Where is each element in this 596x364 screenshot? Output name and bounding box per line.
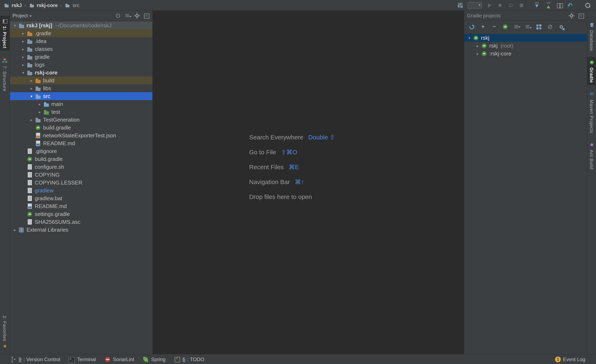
tree-row[interactable]: settings.gradle <box>10 210 152 218</box>
attach-icon[interactable] <box>497 2 503 8</box>
status-bar-event-log[interactable]: 1Event Log <box>555 356 585 362</box>
toolwindow-tab-structure[interactable]: 7: Structure <box>0 55 9 93</box>
gear-icon[interactable] <box>568 12 575 19</box>
project-view-selector[interactable]: Project <box>12 13 32 18</box>
changes-icon[interactable] <box>556 2 563 8</box>
run-icon[interactable] <box>486 2 492 8</box>
tree-row[interactable]: ▸gradle <box>10 53 152 61</box>
status-bar-item[interactable]: 9: Version Control <box>10 356 60 363</box>
run-config-dropdown[interactable] <box>468 2 482 8</box>
tree-row[interactable]: ▸.idea <box>10 37 152 45</box>
tree-item-label: classes <box>35 46 53 52</box>
status-bar-item[interactable]: Terminal <box>68 356 96 363</box>
expand-all-icon[interactable] <box>513 24 520 30</box>
tree-expand-arrow-icon[interactable]: ▸ <box>20 63 27 67</box>
tree-expand-arrow-icon[interactable]: ▸ <box>28 118 35 122</box>
tree-row[interactable]: README.md <box>10 202 152 210</box>
tree-expand-arrow-icon[interactable]: ▸ <box>20 55 27 59</box>
tree-row[interactable]: ▾rskj <box>464 34 587 42</box>
editor-hint: Search EverywhereDouble ⇧ <box>249 133 335 141</box>
tree-expand-arrow-icon[interactable]: ▸ <box>37 102 43 106</box>
gradle-settings-icon[interactable] <box>558 24 565 30</box>
tree-expand-arrow-icon[interactable]: ▾ <box>12 23 18 28</box>
tree-row[interactable]: ▸test <box>10 108 152 116</box>
tree-expand-arrow-icon[interactable]: ▾ <box>20 71 27 75</box>
tree-row[interactable]: build.gradle <box>10 155 152 163</box>
folder-crumb <box>4 2 9 8</box>
toolwindow-tab-maven-projects[interactable]: Maven Projects <box>587 89 596 135</box>
tree-expand-arrow-icon[interactable]: ▸ <box>474 51 481 56</box>
gear-icon[interactable] <box>134 12 140 19</box>
tree-expand-arrow-icon[interactable]: ▸ <box>37 110 43 114</box>
tree-row[interactable]: gradlew <box>10 187 152 194</box>
tree-row[interactable]: gradlew.bat <box>10 194 152 202</box>
event-log-count-badge: 1 <box>555 356 561 362</box>
tree-row[interactable]: ▸main <box>10 100 152 108</box>
editor-area[interactable]: Search EverywhereDouble ⇧Go to File⇧⌘ORe… <box>153 11 464 354</box>
status-bar-item[interactable]: SonarLint <box>104 356 134 363</box>
tree-row[interactable]: SHA256SUMS.asc <box>10 218 152 226</box>
collapse-all-icon[interactable] <box>124 12 131 19</box>
breadcrumb: rskJ›rskj-core›src <box>3 2 79 8</box>
tree-row[interactable]: .gitignore <box>10 147 152 155</box>
vcs-update-icon[interactable] <box>533 2 541 8</box>
tree-row[interactable]: ▾rskJ [rskj]~/Documents/code/rskJ <box>10 22 152 29</box>
folder <box>27 46 33 52</box>
stop-icon[interactable] <box>518 2 525 8</box>
run-gradle-task-icon[interactable] <box>502 24 509 30</box>
tree-expand-arrow-icon[interactable]: ▸ <box>12 228 18 232</box>
toolwindow-tab-ant-build[interactable]: Ant Build <box>587 139 596 171</box>
toolwindow-tab-database[interactable]: Database <box>587 20 596 53</box>
tree-row[interactable]: COPYING <box>10 171 152 179</box>
tree-row[interactable]: ▾src <box>10 92 152 100</box>
tree-row[interactable]: ▸rskj(root) <box>464 42 587 50</box>
folder-excluded <box>35 77 41 84</box>
hide-panel-icon[interactable] <box>578 12 584 19</box>
toolwindow-tab-favorites[interactable]: 2: Favorites <box>0 313 9 352</box>
tree-expand-arrow-icon[interactable]: ▸ <box>28 78 35 82</box>
tree-row[interactable]: ▾rskj-core <box>10 69 152 77</box>
tree-expand-arrow-icon[interactable]: ▾ <box>28 94 35 98</box>
tree-row[interactable]: ▸libs <box>10 84 152 92</box>
status-bar-mnemonic: 6 <box>183 356 185 362</box>
tree-row[interactable]: ▸.gradle <box>10 29 152 37</box>
breadcrumb-label: src <box>73 2 79 8</box>
tree-expand-arrow-icon[interactable]: ▸ <box>20 47 27 51</box>
run-config-sliders-icon[interactable] <box>457 2 463 8</box>
tree-expand-arrow-icon[interactable]: ▾ <box>466 36 473 40</box>
tree-row[interactable]: README.md <box>10 139 152 147</box>
tree-row[interactable]: ▸External Libraries <box>10 226 152 234</box>
toolwindow-tab-gradle[interactable]: Gradle <box>587 57 596 85</box>
remove-icon[interactable] <box>491 24 498 30</box>
status-bar-item[interactable]: 6: TODO <box>174 356 204 363</box>
tree-row[interactable]: ▸classes <box>10 45 152 53</box>
search-icon[interactable] <box>584 2 591 8</box>
tree-row[interactable]: ▸logs <box>10 61 152 69</box>
breadcrumb-item[interactable]: rskj-core <box>28 2 58 8</box>
breadcrumb-item[interactable]: rskJ <box>3 2 22 8</box>
tree-row[interactable]: ▸build <box>10 77 152 84</box>
tree-row[interactable]: configure.sh <box>10 163 152 171</box>
revert-icon[interactable] <box>567 2 574 8</box>
tree-expand-arrow-icon[interactable]: ▸ <box>474 44 481 48</box>
collapse-all-icon[interactable] <box>524 24 531 30</box>
toolwindow-tab-project[interactable]: 1: Project <box>0 16 9 51</box>
refresh-icon[interactable] <box>469 24 475 30</box>
dependencies-icon[interactable] <box>536 24 542 30</box>
tree-expand-arrow-icon[interactable]: ▸ <box>28 86 35 90</box>
hide-panel-icon[interactable] <box>143 12 150 19</box>
vcs-commit-icon[interactable] <box>545 2 552 8</box>
locate-icon[interactable] <box>115 12 121 19</box>
tree-row[interactable]: ▸:rskj-core <box>464 50 587 58</box>
tree-row[interactable]: COPYING.LESSER <box>10 179 152 187</box>
status-bar-item[interactable]: Spring <box>142 356 165 363</box>
tree-row[interactable]: build.gradle <box>10 124 152 131</box>
tree-row[interactable]: ▸TestGeneration <box>10 116 152 124</box>
coverage-icon[interactable] <box>507 2 514 8</box>
add-icon[interactable] <box>480 24 486 30</box>
tree-expand-arrow-icon[interactable]: ▸ <box>20 39 27 43</box>
tree-row[interactable]: networkStateExporterTest.json <box>10 131 152 139</box>
breadcrumb-item[interactable]: src <box>64 2 79 8</box>
offline-mode-icon[interactable] <box>547 24 553 30</box>
tree-expand-arrow-icon[interactable]: ▸ <box>20 31 27 35</box>
